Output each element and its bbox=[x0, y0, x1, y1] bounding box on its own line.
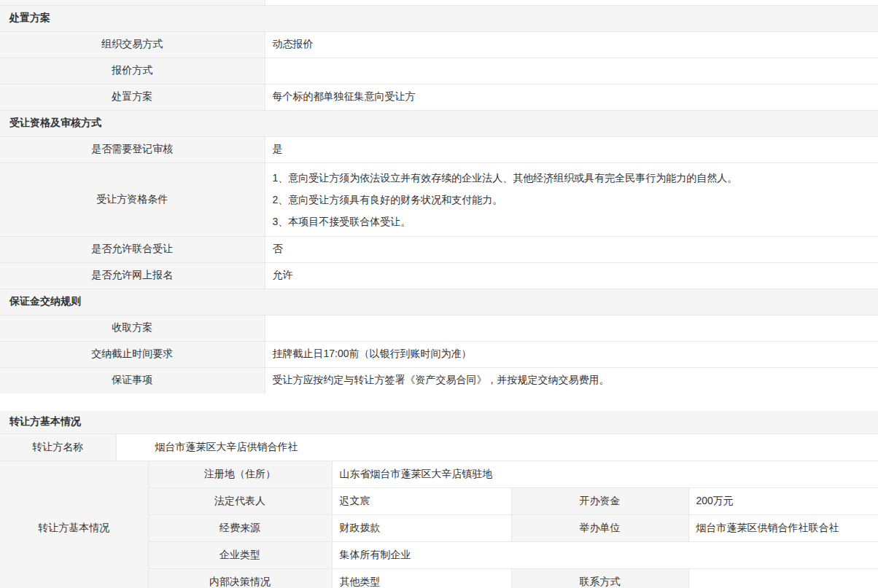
section-header-row: 转让方基本情况 bbox=[0, 411, 878, 434]
table-row: 转让方基本情况 注册地（住所） 山东省烟台市蓬莱区大辛店镇驻地 bbox=[0, 460, 878, 487]
row-label: 转让方名称 bbox=[0, 434, 116, 460]
row-value bbox=[265, 315, 878, 341]
section-title: 受让资格及审核方式 bbox=[0, 110, 878, 136]
section-header-row: 受让资格及审核方式 bbox=[0, 110, 878, 136]
row-label: 收取方案 bbox=[0, 315, 265, 341]
partial-row-value-cell bbox=[265, 0, 878, 5]
row-label: 联系方式 bbox=[511, 568, 688, 588]
row-label: 受让方资格条件 bbox=[0, 162, 265, 236]
row-label: 组织交易方式 bbox=[0, 31, 265, 58]
row-value: 动态报价 bbox=[265, 31, 878, 58]
row-value: 烟台市蓬莱区大辛店供销合作社 bbox=[116, 434, 878, 460]
row-value-multiline: 1、意向受让方须为依法设立并有效存续的企业法人、其他经济组织或具有完全民事行为能… bbox=[265, 162, 878, 236]
qualification-line: 2、意向受让方须具有良好的财务状况和支付能力。 bbox=[273, 189, 878, 211]
row-label: 是否允许网上报名 bbox=[0, 262, 265, 289]
table-row: 受让方资格条件 1、意向受让方须为依法设立并有效存续的企业法人、其他经济组织或具… bbox=[0, 162, 878, 236]
qualification-line: 1、意向受让方须为依法设立并有效存续的企业法人、其他经济组织或具有完全民事行为能… bbox=[273, 167, 878, 189]
section-title: 处置方案 bbox=[0, 5, 878, 31]
row-label: 经费来源 bbox=[148, 514, 332, 541]
listing-detail-table: 处置方案 组织交易方式 动态报价 报价方式 处置方案 每个标的都单独征集意向受让… bbox=[0, 0, 878, 393]
table-row: 是否允许联合受让 否 bbox=[0, 236, 878, 262]
section-header-row: 保证金交纳规则 bbox=[0, 289, 878, 315]
row-label: 企业类型 bbox=[148, 541, 332, 568]
row-value: 财政拨款 bbox=[332, 514, 511, 541]
row-label: 保证事项 bbox=[0, 367, 265, 393]
row-value: 其他类型 bbox=[332, 568, 511, 588]
row-label: 注册地（住所） bbox=[148, 460, 332, 487]
partial-row-label-cell bbox=[0, 0, 265, 5]
row-value: 挂牌截止日17:00前（以银行到账时间为准） bbox=[265, 341, 878, 367]
row-value: 烟台市蓬莱区供销合作社联合社 bbox=[688, 514, 878, 541]
table-row: 报价方式 bbox=[0, 58, 878, 84]
section-title: 保证金交纳规则 bbox=[0, 289, 878, 315]
transferor-table: 转让方基本情况 转让方名称 烟台市蓬莱区大辛店供销合作社 转让方基本情况 注册地… bbox=[0, 411, 878, 588]
row-label: 交纳截止时间要求 bbox=[0, 341, 265, 367]
row-value bbox=[688, 568, 878, 588]
row-value: 每个标的都单独征集意向受让方 bbox=[265, 84, 878, 110]
row-label: 开办资金 bbox=[511, 487, 688, 514]
row-label: 举办单位 bbox=[511, 514, 688, 541]
table-row: 收取方案 bbox=[0, 315, 878, 341]
table-row: 是否需要登记审核 是 bbox=[0, 136, 878, 162]
section-title: 转让方基本情况 bbox=[0, 411, 878, 434]
row-label: 是否需要登记审核 bbox=[0, 136, 265, 162]
table-row: 组织交易方式 动态报价 bbox=[0, 31, 878, 58]
row-value: 是 bbox=[265, 136, 878, 162]
detail-group-label: 转让方基本情况 bbox=[0, 460, 148, 588]
row-label: 是否允许联合受让 bbox=[0, 236, 265, 262]
row-value: 否 bbox=[265, 236, 878, 262]
partial-row bbox=[0, 0, 878, 5]
table-row: 交纳截止时间要求 挂牌截止日17:00前（以银行到账时间为准） bbox=[0, 341, 878, 367]
row-label: 报价方式 bbox=[0, 58, 265, 84]
table-row: 转让方名称 烟台市蓬莱区大辛店供销合作社 bbox=[0, 434, 878, 460]
row-label: 处置方案 bbox=[0, 84, 265, 110]
row-label: 内部决策情况 bbox=[148, 568, 332, 588]
row-value: 受让方应按约定与转让方签署《资产交易合同》，并按规定交纳交易费用。 bbox=[265, 367, 878, 393]
table-row: 是否允许网上报名 允许 bbox=[0, 262, 878, 289]
qualification-line: 3、本项目不接受联合体受让。 bbox=[273, 211, 878, 232]
row-value: 允许 bbox=[265, 262, 878, 289]
row-value: 山东省烟台市蓬莱区大辛店镇驻地 bbox=[332, 460, 878, 487]
row-value: 200万元 bbox=[688, 487, 878, 514]
table-row: 处置方案 每个标的都单独征集意向受让方 bbox=[0, 84, 878, 110]
row-value: 集体所有制企业 bbox=[332, 541, 878, 568]
row-value: 迟文宸 bbox=[332, 487, 511, 514]
section-gap bbox=[0, 393, 878, 411]
row-label: 法定代表人 bbox=[148, 487, 332, 514]
table-row: 保证事项 受让方应按约定与转让方签署《资产交易合同》，并按规定交纳交易费用。 bbox=[0, 367, 878, 393]
section-header-row: 处置方案 bbox=[0, 5, 878, 31]
row-value bbox=[265, 58, 878, 84]
